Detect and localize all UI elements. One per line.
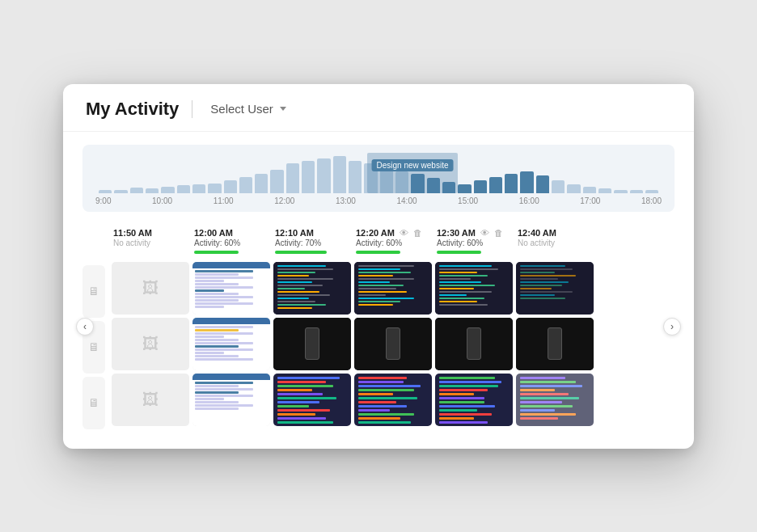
timeline-bar-33 — [614, 190, 627, 193]
timeline-bar-0 — [99, 190, 112, 193]
screenshot-4-1[interactable] — [435, 318, 513, 370]
col-1-screenshots — [192, 262, 270, 429]
screenshot-2-1[interactable] — [273, 318, 351, 370]
screenshot-5-0[interactable] — [516, 262, 594, 315]
timeline-bar-9 — [239, 177, 252, 193]
screenshot-1-1[interactable] — [192, 318, 270, 370]
timeline-bar-1 — [114, 190, 127, 193]
tick-label-4: 13:00 — [336, 196, 356, 205]
screenshot-0-2[interactable]: 🖼 — [112, 374, 189, 426]
timeline-bar-24 — [474, 180, 487, 193]
timeline-bar-25 — [489, 177, 502, 193]
trash-icon-4[interactable]: 🗑 — [494, 228, 503, 238]
slot-header-2: 12:10 AM Activity: 70% — [273, 225, 351, 257]
timeline-bar-14 — [317, 158, 330, 192]
eye-icon-4[interactable]: 👁 — [480, 228, 489, 238]
timeline-bar-2 — [130, 188, 143, 193]
slot-time-5: 12:40 AM — [518, 228, 592, 238]
timeline-bar-28 — [536, 175, 549, 192]
timeline-bar-23 — [458, 184, 471, 193]
select-user-button[interactable]: Select User — [205, 99, 291, 119]
screenshot-0-0[interactable]: 🖼 — [112, 262, 189, 315]
placeholder-icon-0-1: 🖼 — [142, 335, 159, 353]
tick-label-9: 18:00 — [641, 196, 662, 205]
next-button[interactable]: › — [663, 318, 681, 336]
screenshot-3-0[interactable] — [354, 262, 432, 315]
screenshot-5-1[interactable] — [516, 318, 594, 370]
slot-activity-2: Activity: 70% — [275, 239, 349, 247]
slot-header-1: 12:00 AM Activity: 60% — [192, 225, 270, 257]
tick-label-0: 9:00 — [95, 196, 111, 205]
timeline-bar-30 — [567, 184, 580, 193]
timeline-bar-13 — [302, 161, 315, 192]
slot-activity-4: Activity: 60% — [437, 239, 511, 247]
mobile-mock-3-1 — [386, 327, 400, 360]
tick-label-2: 11:00 — [214, 196, 234, 205]
timeline-ticks: 9:0010:0011:0012:0013:0014:0015:0016:001… — [95, 193, 662, 205]
prev-button[interactable]: ‹ — [76, 318, 94, 336]
timeline-bar-32 — [598, 188, 611, 192]
tick-label-8: 17:00 — [580, 196, 600, 205]
col-2-screenshots — [273, 262, 351, 429]
slot-activity-0: No activity — [113, 239, 188, 247]
content-area: Design new website 9:0010:0011:0012:0013… — [63, 132, 694, 449]
page-title: My Activity — [86, 99, 179, 120]
timeline-bars: Design new website — [95, 153, 662, 193]
col-4-screenshots — [435, 262, 513, 429]
timeline-bar-29 — [552, 180, 565, 193]
screenshot-4-0[interactable] — [435, 262, 513, 315]
timeline-bar-27 — [520, 171, 533, 192]
timeline-bar-12 — [286, 163, 299, 193]
timeline-bar-31 — [583, 187, 596, 193]
timeline-bar-11 — [270, 170, 283, 193]
timeline-container: Design new website 9:0010:0011:0012:0013… — [82, 145, 675, 212]
tick-label-3: 12:00 — [274, 196, 294, 205]
timeline-bar-3 — [146, 188, 159, 192]
screenshot-2-0[interactable] — [273, 262, 351, 315]
next-nav[interactable]: › — [663, 225, 681, 429]
slot-header-4: 12:30 AM 👁 🗑 Activity: 60% — [435, 225, 513, 257]
timeline-bar-15 — [333, 156, 346, 193]
screenshot-5-2[interactable] — [516, 374, 594, 426]
activity-bar-1 — [194, 251, 239, 254]
select-user-label: Select User — [210, 102, 273, 116]
screenshot-4-2[interactable] — [435, 374, 513, 426]
screenshot-0-1[interactable]: 🖼 — [112, 318, 189, 370]
mobile-mock-5-1 — [548, 327, 562, 360]
slot-header-3: 12:20 AM 👁 🗑 Activity: 60% — [354, 225, 432, 257]
header: My Activity Select User — [63, 84, 694, 132]
activity-bar-3 — [356, 251, 400, 254]
slots-area: ‹ › 11:50 AM No activity 12:00 AM Activi… — [82, 225, 675, 429]
timeline-bar-6 — [192, 184, 205, 193]
tick-label-6: 15:00 — [458, 196, 478, 205]
timeline-bar-34 — [630, 190, 643, 193]
timeline-highlight: Design new website — [367, 153, 458, 193]
timeline-bar-16 — [349, 161, 362, 192]
col-5-screenshots — [516, 262, 594, 429]
slot-time-0: 11:50 AM — [113, 228, 188, 238]
col-3-screenshots — [354, 262, 432, 429]
slot-time-1: 12:00 AM — [194, 228, 269, 238]
timeline-bar-35 — [645, 190, 658, 193]
tick-label-1: 10:00 — [152, 196, 172, 205]
screenshot-1-0[interactable] — [192, 262, 270, 315]
timeline-bar-10 — [255, 174, 268, 193]
screenshot-1-2[interactable] — [192, 374, 270, 426]
trash-icon-3[interactable]: 🗑 — [413, 228, 422, 238]
timeline-bar-26 — [505, 174, 518, 193]
col-0-screenshots: 🖼 🖼 🖼 — [112, 262, 189, 429]
slot-time-2: 12:10 AM — [275, 228, 349, 238]
eye-icon-3[interactable]: 👁 — [400, 228, 408, 238]
activity-bar-4 — [437, 251, 481, 254]
screenshot-3-2[interactable] — [354, 374, 432, 426]
mobile-mock-4-1 — [467, 327, 481, 360]
prev-nav[interactable]: ‹ — [76, 225, 94, 429]
screenshot-2-2[interactable] — [273, 374, 351, 426]
slot-activity-3: Activity: 60% — [356, 239, 430, 247]
screenshot-3-1[interactable] — [354, 318, 432, 370]
slot-activity-1: Activity: 60% — [194, 239, 269, 247]
activity-bar-2 — [275, 251, 327, 254]
slot-time-3: 12:20 AM — [356, 228, 395, 238]
timeline-bar-8 — [224, 180, 237, 193]
header-divider — [192, 100, 192, 118]
